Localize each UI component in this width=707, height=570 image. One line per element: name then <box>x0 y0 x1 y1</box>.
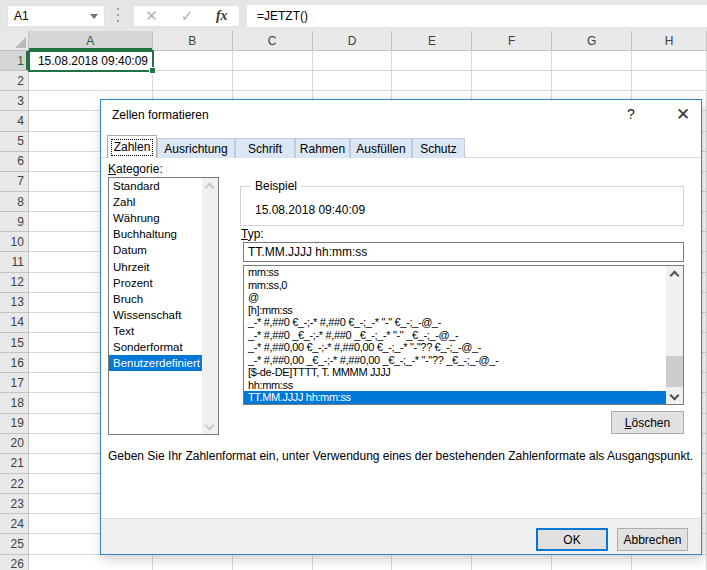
row-header-14[interactable]: 14 <box>0 313 29 333</box>
cell[interactable] <box>472 71 552 91</box>
cell[interactable] <box>233 51 313 71</box>
cell[interactable] <box>632 71 707 91</box>
cell[interactable] <box>233 71 313 91</box>
cell[interactable] <box>29 71 153 91</box>
scroll-down-icon[interactable] <box>202 419 217 434</box>
cell[interactable] <box>313 555 393 570</box>
format-item[interactable]: @ <box>244 291 683 304</box>
column-header-G[interactable]: G <box>552 31 632 51</box>
cancel-icon[interactable]: ✕ <box>145 7 158 25</box>
row-header-13[interactable]: 13 <box>0 293 29 313</box>
name-box[interactable]: A1 <box>7 5 105 27</box>
cell[interactable] <box>552 51 632 71</box>
column-header-B[interactable]: B <box>153 31 233 51</box>
insert-function-icon[interactable]: fx <box>216 8 228 24</box>
row-header-10[interactable]: 10 <box>0 232 29 252</box>
cell[interactable] <box>153 555 233 570</box>
delete-button[interactable]: Löschen <box>611 411 684 434</box>
close-button[interactable]: ✕ <box>668 104 698 126</box>
footer-divider <box>101 518 701 554</box>
row-header-9[interactable]: 9 <box>0 212 29 232</box>
row-header-4[interactable]: 4 <box>0 111 29 131</box>
tab-rahmen[interactable]: Rahmen <box>295 138 350 158</box>
row-header-8[interactable]: 8 <box>0 192 29 212</box>
row-header-3[interactable]: 3 <box>0 91 29 111</box>
cell[interactable] <box>153 51 233 71</box>
formula-input[interactable]: =JETZT() <box>247 5 707 27</box>
format-item[interactable]: hh:mm:ss <box>244 379 683 392</box>
format-item[interactable]: mm:ss,0 <box>244 279 683 292</box>
tab-ausfüllen[interactable]: Ausfüllen <box>350 138 412 158</box>
column-header-D[interactable]: D <box>313 31 393 51</box>
row-header-20[interactable]: 20 <box>0 434 29 454</box>
format-item[interactable]: mm:ss <box>244 266 683 279</box>
column-header-F[interactable]: F <box>472 31 552 51</box>
format-item[interactable]: _-* #,##0 €_-;-* #,##0 €_-;_-* "-" €_-;_… <box>244 316 683 329</box>
format-scroll-down-icon[interactable] <box>666 389 683 404</box>
row-header-6[interactable]: 6 <box>0 152 29 172</box>
format-item[interactable]: [h]:mm:ss <box>244 304 683 317</box>
format-item[interactable]: _-* #,##0,00 €_-;-* #,##0,00 €_-;_-* "-"… <box>244 341 683 354</box>
enter-icon[interactable]: ✓ <box>181 7 194 25</box>
format-item[interactable]: _-* #,##0,00 _€_-;-* #,##0,00 _€_-;_-* "… <box>244 354 683 367</box>
format-item[interactable]: _-* #,##0 _€_-;-* #,##0 _€_-;_-* "-" _€_… <box>244 329 683 342</box>
name-box-dropdown-icon[interactable] <box>90 14 98 19</box>
row-header-17[interactable]: 17 <box>0 373 29 393</box>
row-header-24[interactable]: 24 <box>0 514 29 534</box>
cancel-button[interactable]: Abbrechen <box>617 528 688 551</box>
column-header-C[interactable]: C <box>233 31 313 51</box>
type-input[interactable]: TT.MM.JJJJ hh:mm:ss <box>243 242 684 262</box>
row-header-15[interactable]: 15 <box>0 333 29 353</box>
tab-schutz[interactable]: Schutz <box>412 138 465 158</box>
row-header-26[interactable]: 26 <box>0 555 29 570</box>
fill-handle[interactable] <box>149 67 156 74</box>
row-header-1[interactable]: 1 <box>0 51 29 71</box>
category-item-benutzerdefiniert[interactable]: Benutzerdefiniert <box>109 355 202 371</box>
column-header-E[interactable]: E <box>392 31 472 51</box>
select-all-corner[interactable] <box>0 31 29 51</box>
tab-schrift[interactable]: Schrift <box>235 138 295 158</box>
tab-ausrichtung[interactable]: Ausrichtung <box>157 138 235 158</box>
cell[interactable] <box>29 555 153 570</box>
row-header-23[interactable]: 23 <box>0 494 29 514</box>
cell[interactable] <box>153 71 233 91</box>
row-header-2[interactable]: 2 <box>0 71 29 91</box>
format-scroll-up-icon[interactable] <box>666 266 683 281</box>
column-header-H[interactable]: H <box>632 31 707 51</box>
cell[interactable] <box>552 555 632 570</box>
row-header-18[interactable]: 18 <box>0 393 29 413</box>
cell[interactable] <box>233 555 313 570</box>
format-item[interactable]: TT.MM.JJJJ hh:mm:ss <box>244 391 666 404</box>
cell[interactable] <box>632 51 707 71</box>
format-item[interactable]: [$-de-DE]TTTT, T. MMMM JJJJ <box>244 366 683 379</box>
cell[interactable] <box>313 51 393 71</box>
cell[interactable] <box>392 555 472 570</box>
row-header-22[interactable]: 22 <box>0 474 29 494</box>
category-listbox[interactable]: StandardZahlWährungBuchhaltungDatumUhrze… <box>108 177 219 435</box>
ok-button[interactable]: OK <box>536 528 608 551</box>
selected-cell-a1[interactable]: 15.08.2018 09:40:09 <box>28 50 154 72</box>
column-header-A[interactable]: A <box>29 31 153 51</box>
cell[interactable] <box>472 51 552 71</box>
row-header-12[interactable]: 12 <box>0 273 29 293</box>
tab-zahlen[interactable]: Zahlen <box>107 135 157 158</box>
row-header-7[interactable]: 7 <box>0 172 29 192</box>
cell[interactable] <box>552 71 632 91</box>
scroll-up-icon[interactable] <box>202 178 217 193</box>
row-header-11[interactable]: 11 <box>0 252 29 272</box>
row-header-25[interactable]: 25 <box>0 534 29 554</box>
row-header-5[interactable]: 5 <box>0 132 29 152</box>
row-header-21[interactable]: 21 <box>0 454 29 474</box>
format-scrollbar[interactable] <box>666 266 683 404</box>
row-header-19[interactable]: 19 <box>0 414 29 434</box>
cell[interactable] <box>392 71 472 91</box>
category-scrollbar[interactable] <box>202 178 218 434</box>
help-button[interactable]: ? <box>620 106 642 124</box>
cell[interactable] <box>392 51 472 71</box>
row-header-16[interactable]: 16 <box>0 353 29 373</box>
cell[interactable] <box>632 555 707 570</box>
format-listbox[interactable]: mm:ssmm:ss,0@[h]:mm:ss_-* #,##0 €_-;-* #… <box>243 265 684 405</box>
format-scroll-thumb[interactable] <box>666 356 683 387</box>
cell[interactable] <box>313 71 393 91</box>
cell[interactable] <box>472 555 552 570</box>
